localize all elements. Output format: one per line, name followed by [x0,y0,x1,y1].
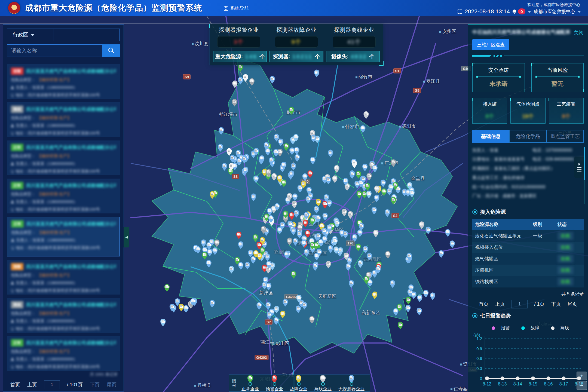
company-map-pin[interactable] [278,139,283,146]
company-map-pin[interactable] [332,175,337,183]
company-map-pin[interactable] [232,81,237,88]
search-button[interactable] [102,44,120,57]
company-map-pin[interactable] [390,280,395,288]
company-map-pin[interactable] [391,197,396,205]
company-map-pin[interactable] [409,190,415,197]
last-page-button[interactable]: 尾页 [107,381,117,388]
company-map-pin[interactable] [253,234,258,242]
company-map-pin[interactable] [358,260,363,268]
company-map-pin[interactable] [334,165,339,173]
company-card[interactable]: 正常四川某某天然气产品有限公司成都储配分公司危险品类型：【储存经营-生产】负责人… [7,179,120,213]
next-page-button[interactable]: 下页 [551,301,561,307]
company-map-pin[interactable] [406,297,411,304]
company-map-pin[interactable] [326,261,331,268]
prev-page-button[interactable]: 上页 [27,381,37,388]
company-map-pin[interactable] [238,262,243,270]
company-map-pin[interactable] [372,207,377,215]
company-map-pin[interactable] [425,226,431,234]
company-map-pin[interactable] [356,244,361,251]
company-map-pin[interactable] [416,308,422,315]
company-map-pin[interactable] [270,76,275,84]
company-map-pin[interactable] [294,210,299,218]
company-map-pin[interactable] [430,292,435,300]
company-map-pin[interactable] [277,226,282,234]
table-row[interactable]: 压缩机区在线 [472,265,584,276]
company-map-pin[interactable] [283,299,288,307]
page-input[interactable] [44,380,60,389]
company-map-pin[interactable] [292,193,298,201]
company-map-pin[interactable] [314,206,319,213]
tab-重点监管工艺[interactable]: 重点监管工艺 [547,130,584,143]
company-card[interactable]: 报警四川某某天然气产品有限公司成都储配分公司危险品类型：【储存经营-生产】负责人… [7,64,120,99]
company-map-pin[interactable] [296,305,301,313]
company-card[interactable]: 预警四川某某天然气产品有限公司成都储配分公司危险品类型：【储存经营-生产】负责人… [7,260,120,295]
tab-危险化学品[interactable]: 危险化学品 [509,130,546,143]
company-map-pin[interactable] [201,240,206,247]
company-map-pin[interactable] [348,211,353,219]
company-map-pin[interactable] [363,111,369,119]
company-map-pin[interactable] [314,253,319,261]
company-map-pin[interactable] [385,251,390,259]
company-map-pin[interactable] [357,191,362,198]
company-map-pin[interactable] [352,234,357,242]
company-map-pin[interactable] [445,229,450,237]
company-map-pin[interactable] [293,238,298,246]
company-card[interactable]: 正常四川某某天然气产品有限公司成都储配分公司危险品类型：【储存经营-生产】负责人… [7,217,120,256]
company-map-pin[interactable] [423,290,428,298]
company-map-pin[interactable] [238,241,243,249]
company-map-pin[interactable] [297,231,302,238]
company-map-pin[interactable] [280,311,285,318]
company-map-pin[interactable] [343,231,348,238]
company-map-pin[interactable] [250,256,256,264]
company-map-pin[interactable] [411,292,416,299]
company-map-pin[interactable] [373,230,378,237]
company-map-pin[interactable] [362,191,367,198]
zoom-in-button[interactable]: + [577,372,587,380]
company-map-pin[interactable] [238,77,243,85]
company-map-pin[interactable] [236,231,241,239]
company-map-pin[interactable] [306,196,311,204]
next-page-button[interactable]: 下页 [90,381,100,388]
table-row[interactable]: 视频接入点位在线 [472,242,584,253]
company-map-pin[interactable] [405,305,411,312]
company-map-pin[interactable] [323,213,328,220]
company-map-pin[interactable] [267,311,272,319]
company-map-pin[interactable] [342,209,347,216]
close-button[interactable]: 关闭 [574,29,584,36]
table-row[interactable]: 燃气储罐区在线 [472,253,584,265]
company-map-pin[interactable] [365,183,370,191]
fullscreen-icon[interactable] [458,10,462,14]
company-map-pin[interactable] [281,179,286,187]
company-map-pin[interactable] [266,302,271,310]
company-map-pin[interactable] [350,171,355,179]
company-map-pin[interactable] [311,135,316,142]
company-map-pin[interactable] [160,319,166,326]
company-map-pin[interactable] [294,147,299,155]
company-map-pin[interactable] [385,209,390,217]
company-map-pin[interactable] [266,283,271,290]
last-page-button[interactable]: 尾页 [568,301,577,307]
company-map-pin[interactable] [357,229,363,237]
company-card[interactable]: 正常四川某某天然气产品有限公司成都储配分公司危险品类型：【储存经营-生产】负责人… [7,336,120,371]
company-map-pin[interactable] [289,147,295,155]
company-map-pin[interactable] [362,164,367,171]
company-map-pin[interactable] [232,99,237,106]
company-map-pin[interactable] [346,263,351,271]
company-map-pin[interactable] [419,221,424,229]
company-map-pin[interactable] [328,245,333,253]
company-map-pin[interactable] [328,150,333,157]
company-map-pin[interactable] [393,308,398,316]
prev-page-button[interactable]: 上页 [495,301,505,307]
company-map-pin[interactable] [226,148,232,156]
company-map-pin[interactable] [302,173,308,181]
table-row[interactable]: 液化石油气储罐区单元一级在线 [472,230,584,242]
company-map-pin[interactable] [287,238,292,245]
company-map-pin[interactable] [302,302,307,310]
company-map-pin[interactable] [372,292,377,299]
company-map-pin[interactable] [243,74,248,82]
company-map-pin[interactable] [310,157,316,164]
chevron-down-icon[interactable] [578,11,581,13]
company-map-pin[interactable] [303,219,308,227]
company-map-pin[interactable] [218,144,223,152]
company-map-pin[interactable] [374,195,379,202]
